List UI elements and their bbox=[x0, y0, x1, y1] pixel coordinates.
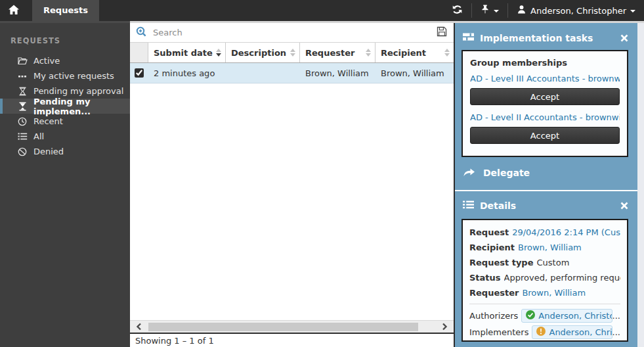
app-window: Requests bbox=[0, 0, 644, 347]
sort-icon bbox=[366, 49, 371, 57]
scrollbar-thumb[interactable] bbox=[148, 323, 418, 331]
caret-down-icon bbox=[630, 10, 635, 12]
implementer-pill[interactable]: Anderson, Christoph bbox=[532, 325, 612, 339]
close-icon[interactable] bbox=[620, 34, 628, 42]
column-header-requester[interactable]: Requester bbox=[300, 43, 376, 62]
detail-label: Request type bbox=[469, 258, 534, 267]
cell-recipient: Brown, William bbox=[376, 68, 454, 78]
truncation-ellipsis: ... bbox=[612, 327, 620, 337]
close-icon[interactable] bbox=[620, 202, 628, 210]
sidebar-item-label: All bbox=[33, 131, 44, 141]
implementation-tasks-box: Group memberships AD - Level III Account… bbox=[462, 50, 628, 157]
column-label: Recipient bbox=[381, 48, 426, 58]
accept-button[interactable]: Accept bbox=[470, 127, 620, 144]
status-bar: Showing 1 – 1 of 1 bbox=[130, 333, 454, 347]
refresh-button[interactable] bbox=[443, 0, 471, 21]
panel-title: Details bbox=[480, 200, 516, 211]
sidebar-item-my-active-requests[interactable]: My active requests bbox=[0, 68, 130, 83]
select-all-header-cell[interactable] bbox=[130, 43, 148, 62]
sidebar-item-pending-my-implementation[interactable]: Pending my implemen... bbox=[0, 99, 130, 114]
save-icon[interactable] bbox=[437, 26, 447, 39]
panel-vertical-scrollbar[interactable] bbox=[637, 23, 644, 347]
row-checkbox-cell bbox=[130, 68, 148, 78]
user-name: Anderson, Christopher bbox=[530, 6, 626, 16]
detail-row-request-type: Request type Custom bbox=[469, 255, 620, 270]
search-input[interactable] bbox=[147, 28, 437, 37]
details-divider bbox=[469, 304, 620, 304]
sidebar-section-title: REQUESTS bbox=[0, 30, 130, 53]
requester-link[interactable]: Brown, William bbox=[522, 288, 586, 298]
ban-icon bbox=[17, 147, 28, 157]
warning-circle-icon bbox=[536, 327, 546, 338]
hourglass-outline-icon bbox=[17, 86, 28, 97]
horizontal-scrollbar[interactable] bbox=[130, 320, 454, 333]
clock-icon bbox=[17, 116, 28, 127]
sidebar-item-denied[interactable]: Denied bbox=[0, 144, 130, 159]
detail-row-authorizers: Authorizers Anderson, Christopher ... bbox=[469, 308, 620, 324]
sidebar-item-all[interactable]: All bbox=[0, 129, 130, 144]
list-detail-icon bbox=[463, 200, 474, 212]
zoom-in-icon[interactable] bbox=[136, 26, 147, 39]
sort-icon bbox=[444, 49, 450, 57]
delegate-label: Delegate bbox=[483, 168, 530, 178]
share-arrow-icon bbox=[463, 166, 476, 179]
search-bar bbox=[130, 23, 454, 43]
detail-label: Implementers bbox=[469, 327, 528, 337]
hourglass-filled-icon bbox=[17, 101, 28, 112]
task-link[interactable]: AD - Level II Accountants - brownwi bbox=[470, 112, 620, 122]
table-empty-space bbox=[130, 83, 454, 320]
sidebar: REQUESTS Active My active requests bbox=[0, 21, 130, 347]
delegate-button[interactable]: Delegate bbox=[455, 157, 644, 190]
user-menu-button[interactable]: Anderson, Christopher bbox=[508, 0, 644, 21]
sidebar-item-label: Pending my approval bbox=[33, 86, 123, 96]
content-area: REQUESTS Active My active requests bbox=[0, 21, 644, 347]
sidebar-item-active[interactable]: Active bbox=[0, 53, 130, 68]
authorizer-pill[interactable]: Anderson, Christopher bbox=[521, 309, 612, 323]
accept-button[interactable]: Accept bbox=[470, 88, 620, 105]
recipient-link[interactable]: Brown, William bbox=[518, 243, 582, 252]
cell-requester: Brown, William bbox=[300, 68, 376, 78]
detail-label: Recipient bbox=[469, 243, 515, 252]
row-checkbox[interactable] bbox=[135, 68, 144, 78]
column-label: Requester bbox=[305, 48, 354, 58]
detail-row-status: Status Approved, performing requested... bbox=[469, 270, 620, 285]
request-type-value: Custom bbox=[537, 258, 570, 267]
chevron-left-icon[interactable] bbox=[130, 323, 148, 331]
ellipsis-icon bbox=[17, 71, 28, 81]
task-link[interactable]: AD - Level III Accountants - brownwi bbox=[470, 74, 620, 83]
main-and-panels: Submit date Description Requester Recipi… bbox=[130, 21, 644, 347]
request-date-link[interactable]: 29/04/2016 2:14 PM (Custom) bbox=[512, 227, 620, 237]
request-list-pane: Submit date Description Requester Recipi… bbox=[130, 23, 455, 347]
side-panels: Implementation tasks Group memberships A… bbox=[455, 23, 644, 347]
column-header-recipient[interactable]: Recipient bbox=[376, 43, 454, 62]
table-row[interactable]: 2 minutes ago Brown, William Brown, Will… bbox=[130, 63, 454, 83]
tab-requests[interactable]: Requests bbox=[32, 0, 99, 21]
scrollbar-track[interactable] bbox=[148, 323, 435, 331]
check-circle-icon bbox=[526, 310, 535, 321]
showing-count-label: Showing 1 – 1 of 1 bbox=[135, 336, 214, 346]
chevron-right-icon[interactable] bbox=[435, 323, 454, 331]
user-icon bbox=[517, 5, 526, 16]
sidebar-item-label: Pending my implemen... bbox=[33, 97, 130, 116]
list-icon bbox=[17, 131, 28, 142]
pin-menu-button[interactable] bbox=[472, 0, 507, 21]
column-label: Submit date bbox=[154, 48, 213, 58]
column-header-submit-date[interactable]: Submit date bbox=[148, 43, 226, 62]
sidebar-item-label: Recent bbox=[33, 116, 63, 126]
table-header: Submit date Description Requester Recipi… bbox=[130, 43, 454, 63]
status-value: Approved, performing requested... bbox=[504, 273, 620, 283]
implementer-name: Anderson, Christoph bbox=[549, 327, 612, 337]
home-icon bbox=[8, 5, 20, 17]
refresh-icon bbox=[452, 4, 463, 17]
sort-icon bbox=[290, 49, 295, 57]
details-box: Request 29/04/2016 2:14 PM (Custom) Reci… bbox=[462, 219, 628, 342]
cell-submit-date: 2 minutes ago bbox=[148, 68, 226, 78]
panel-title: Implementation tasks bbox=[480, 33, 593, 43]
top-navigation-bar: Requests bbox=[0, 0, 644, 21]
pin-icon bbox=[481, 5, 490, 16]
home-button[interactable] bbox=[0, 0, 28, 21]
sidebar-item-label: Active bbox=[33, 56, 60, 66]
caret-down-icon bbox=[494, 10, 499, 12]
column-header-description[interactable]: Description bbox=[226, 43, 300, 62]
detail-row-request: Request 29/04/2016 2:14 PM (Custom) bbox=[469, 225, 620, 240]
